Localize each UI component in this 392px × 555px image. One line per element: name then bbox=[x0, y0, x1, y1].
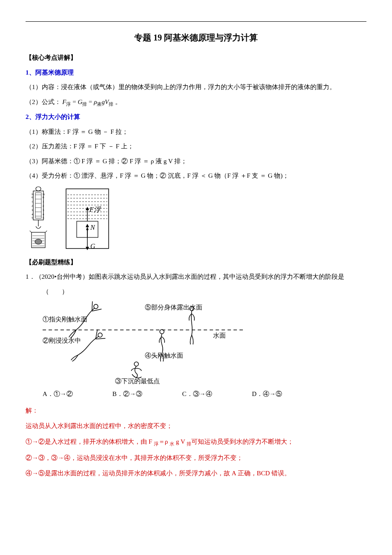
svg-text:②刚浸没水中: ②刚浸没水中 bbox=[43, 337, 81, 344]
diver-diagram-icon: 水面 ⑤部分身体露出水面 ①指尖刚触水面 ②刚浸没水中 ④头刚触水面 ③下沉的最… bbox=[43, 300, 243, 385]
svg-text:④头刚触水面: ④头刚触水面 bbox=[145, 352, 183, 359]
sym-G: G bbox=[78, 98, 82, 105]
method-1: （1）称重法：F 浮 ＝ G 物 － F 拉； bbox=[26, 126, 366, 138]
sym-pai: 排 bbox=[82, 101, 87, 107]
option-c: C．③→④ bbox=[182, 388, 251, 400]
q1-diagram: 水面 ⑤部分身体露出水面 ①指尖刚触水面 ②刚浸没水中 ④头刚触水面 ③下沉的最… bbox=[43, 300, 243, 385]
svg-text:③下沉的最低点: ③下沉的最低点 bbox=[115, 378, 160, 384]
solve-label: 解： bbox=[26, 405, 366, 417]
sym-g: g bbox=[101, 98, 105, 105]
page-title: 专题 19 阿基米德原理与浮力计算 bbox=[26, 29, 366, 46]
solve-line-3: ②→③，③→④，运动员浸没在水中，其排开水的体积不变，所受浮力不变； bbox=[26, 452, 366, 464]
svg-point-30 bbox=[35, 239, 42, 244]
svg-text:4: 4 bbox=[32, 213, 33, 216]
s2b: ＝ρ bbox=[159, 438, 170, 445]
s2sub1: 浮 bbox=[154, 441, 159, 446]
q1-stem-line2: （ ） bbox=[43, 286, 366, 298]
top-rule bbox=[26, 21, 366, 22]
q1-options: A．①→② B．②→③ C．③→④ D．④→⑤ bbox=[43, 388, 366, 400]
formula-prefix: （2）公式： bbox=[26, 98, 61, 105]
s2sub3: 排 bbox=[187, 441, 191, 446]
svg-text:0: 0 bbox=[43, 196, 44, 199]
method-3: （3）阿基米德：① F 浮 ＝ G 排；② F 浮 ＝ ρ 液 g V 排； bbox=[26, 155, 366, 168]
method-diagram: NN 00 11 22 33 44 55 F浮 N G bbox=[26, 185, 119, 254]
svg-text:F浮: F浮 bbox=[89, 206, 101, 213]
svg-text:2: 2 bbox=[43, 204, 44, 208]
option-a: A．①→② bbox=[43, 388, 111, 400]
svg-text:G: G bbox=[90, 243, 95, 250]
sym-eq1: = bbox=[72, 98, 78, 105]
svg-text:1: 1 bbox=[32, 200, 33, 203]
svg-point-62 bbox=[134, 362, 138, 366]
solve-line-2: ①→②是入水过程，排开水的体积增大，由 F 浮＝ρ 水 g V 排可知运动员受到… bbox=[26, 436, 366, 448]
svg-text:3: 3 bbox=[43, 208, 44, 212]
option-d: D．④→⑤ bbox=[252, 388, 320, 400]
svg-rect-2 bbox=[35, 193, 41, 218]
svg-text:5: 5 bbox=[32, 216, 33, 220]
heading-buoyancy-calc: 2、浮力大小的计算 bbox=[26, 111, 366, 123]
sym-ye: 液 bbox=[97, 101, 101, 107]
s2c: g V bbox=[174, 438, 187, 445]
svg-text:0: 0 bbox=[32, 196, 33, 199]
sym-fu: 浮 bbox=[66, 101, 71, 107]
method-2: （2）压力差法：F 浮 ＝ F 下 － F 上； bbox=[26, 140, 366, 153]
content-para-2: （2）公式： F浮 = G排 = ρ液gV排 。 bbox=[26, 96, 366, 109]
solve-line-4: ④→⑤是露出水面的过程，运动员排开水的体积减小，所受浮力减小，故 A 正确，BC… bbox=[26, 467, 366, 480]
svg-text:1: 1 bbox=[43, 200, 44, 203]
sym-eq2: = bbox=[89, 98, 94, 105]
sym-V: V bbox=[105, 98, 109, 105]
svg-point-50 bbox=[86, 228, 89, 230]
svg-text:5: 5 bbox=[43, 216, 44, 220]
s2a: ①→②是入水过程，排开水的体积增大，由 F bbox=[26, 438, 154, 445]
svg-text:①指尖刚触水面: ①指尖刚触水面 bbox=[43, 316, 87, 323]
core-section-label: 【核心考点讲解】 bbox=[26, 52, 366, 64]
svg-point-0 bbox=[36, 187, 41, 191]
s2sub2: 水 bbox=[170, 441, 174, 446]
heading-archimedes: 1、阿基米德原理 bbox=[26, 66, 366, 79]
option-b: B．②→③ bbox=[112, 388, 181, 400]
method-4: （4）受力分析：① 漂浮、悬浮，F 浮 ＝ G 物；② 沉底，F 浮 ＜ G 物… bbox=[26, 170, 366, 182]
svg-text:3: 3 bbox=[32, 208, 33, 212]
solve-line-1: 运动员从入水到露出水面的过程中，水的密度不变； bbox=[26, 420, 366, 432]
practice-section-label: 【必刷题型精练】 bbox=[26, 256, 366, 269]
svg-text:水面: 水面 bbox=[213, 332, 226, 339]
s2d: 可知运动员受到水的浮力不断增大； bbox=[191, 438, 294, 445]
svg-text:N: N bbox=[90, 224, 95, 231]
svg-text:2: 2 bbox=[32, 204, 33, 208]
svg-text:4: 4 bbox=[43, 213, 44, 216]
spring-balance-diagram-icon: NN 00 11 22 33 44 55 F浮 N G bbox=[26, 185, 119, 254]
sym-pai2: 排 bbox=[109, 101, 113, 107]
q1-stem-line1: 1．（2020•台州中考）如图表示跳水运动员从入水到露出水面的过程，其中运动员受… bbox=[26, 271, 366, 283]
sym-period: 。 bbox=[115, 98, 121, 105]
content-para-1: （1）内容：浸在液体（或气体）里的物体受到向上的浮力作用，浮力的大小等于被该物体… bbox=[26, 81, 366, 93]
